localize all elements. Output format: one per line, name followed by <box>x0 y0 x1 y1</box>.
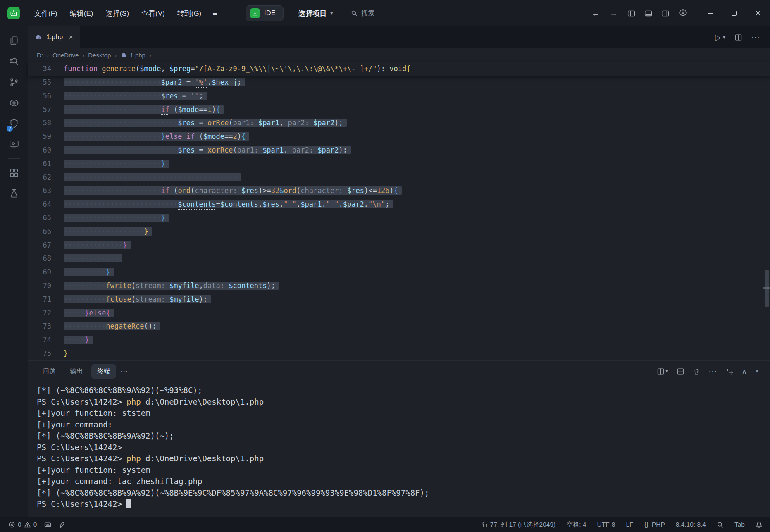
forward-button[interactable]: → <box>605 6 623 21</box>
menu-查看(V)[interactable]: 查看(V) <box>135 5 171 21</box>
code-line-61[interactable]: 61·······················} <box>28 157 770 171</box>
code-line-67[interactable]: 67··············} <box>28 239 770 252</box>
panel-tab-输出[interactable]: 输出 <box>64 364 89 379</box>
error-count: 0 <box>18 521 21 528</box>
code-line-62[interactable]: 62······································… <box>28 171 770 184</box>
split-editor-button[interactable] <box>731 31 746 44</box>
whitespace-dots: ·········· <box>64 322 106 330</box>
line-number: 56 <box>28 89 51 103</box>
breadcrumb-item[interactable]: ... <box>155 52 160 59</box>
code-line-70[interactable]: 70··········fwrite(stream: $myfile,data:… <box>28 279 770 293</box>
code-line-57[interactable]: 57·······················if ($mode==1){ <box>28 103 770 117</box>
activity-preview-button[interactable] <box>4 93 24 113</box>
activity-testing-button[interactable] <box>4 183 24 204</box>
launch-status-button[interactable] <box>59 521 66 528</box>
kill-terminal-button[interactable] <box>689 365 704 378</box>
whitespace-dots: ······················· <box>64 186 161 195</box>
editor-area: 1.php × ▷ ▾ ⋯ D:›OneDrive›Desktop› <box>28 26 770 517</box>
code-line-34[interactable]: 34function generate($mode, $preg="/[A-Za… <box>28 62 770 76</box>
menu-编辑(E)[interactable]: 编辑(E) <box>64 5 100 21</box>
tab-close-icon[interactable]: × <box>69 33 73 42</box>
code-line-65[interactable]: 65·······················} <box>28 211 770 225</box>
back-button[interactable]: ← <box>586 6 605 21</box>
status-search-button[interactable] <box>717 521 724 528</box>
account-button[interactable] <box>674 6 692 21</box>
run-button[interactable]: ▷ ▾ <box>712 30 729 45</box>
code-line-60[interactable]: 60···························$res = xorR… <box>28 143 770 157</box>
ide-logo-icon <box>250 8 260 18</box>
problems-status[interactable]: 0 0 <box>8 521 37 528</box>
cursor-position[interactable]: 行 77, 列 17 (已选择2049) <box>482 520 555 529</box>
activity-source-control-button[interactable] <box>4 72 24 93</box>
line-number: 73 <box>28 320 51 333</box>
code-line-56[interactable]: 56·······················$res = ''; <box>28 89 770 103</box>
breadcrumb-item[interactable]: 1.php <box>120 52 145 59</box>
terminal-line: [+]your function: system <box>37 465 770 476</box>
editor-more-button[interactable]: ⋯ <box>748 30 763 45</box>
code-line-55[interactable]: 55·······················$par2 = '%'.$he… <box>28 76 770 89</box>
whitespace-dots: ·············· <box>64 241 123 249</box>
code-line-71[interactable]: 71··········fclose(stream: $myfile); <box>28 293 770 306</box>
indentation-status[interactable]: 空格: 4 <box>566 520 586 529</box>
panel-tab-问题[interactable]: 问题 <box>37 364 62 379</box>
breadcrumb-item[interactable]: Desktop <box>88 52 111 59</box>
minimize-button[interactable] <box>698 0 722 26</box>
panel-tab-终端[interactable]: 终端 <box>91 364 116 379</box>
maximize-panel-button[interactable]: ∧ <box>739 365 750 378</box>
code-line-64[interactable]: 64···························$contents=$… <box>28 198 770 211</box>
split-terminal-button[interactable]: ▾ <box>653 365 672 378</box>
menu-转到(G)[interactable]: 转到(G) <box>171 5 208 21</box>
maximize-icon <box>732 11 737 16</box>
maximize-button[interactable] <box>722 0 746 26</box>
hamburger-menu-icon[interactable]: ≡ <box>207 5 222 21</box>
panel-more-button[interactable]: ⋯ <box>706 364 721 379</box>
code-line-58[interactable]: 58···························$res = orRc… <box>28 116 770 130</box>
language-status[interactable]: {} PHP <box>644 521 665 528</box>
toggle-sidebar-button[interactable] <box>623 7 640 20</box>
panel-tabs-more-icon[interactable]: ⋯ <box>116 367 133 376</box>
eol-status[interactable]: LF <box>626 521 633 528</box>
menu-文件(F)[interactable]: 文件(F) <box>28 5 64 21</box>
activity-explorer-button[interactable] <box>4 31 24 51</box>
line-number: 70 <box>28 279 51 293</box>
line-number: 59 <box>28 130 51 143</box>
breadcrumb-item[interactable]: D: <box>37 52 43 59</box>
activity-extensions-button[interactable]: 7 <box>4 113 24 134</box>
code-line-75[interactable]: 75} <box>28 347 770 360</box>
titlebar-search[interactable]: 搜索 <box>351 9 374 18</box>
close-panel-button[interactable]: × <box>752 365 763 378</box>
breadcrumb-item[interactable]: OneDrive <box>52 52 79 59</box>
notifications-button[interactable] <box>756 521 763 528</box>
panel-layout-button[interactable] <box>673 365 688 378</box>
code-line-59[interactable]: 59·······················}else if ($mode… <box>28 130 770 143</box>
project-selector[interactable]: 选择项目 ▾ <box>298 9 333 18</box>
line-number: 60 <box>28 143 51 157</box>
code-line-72[interactable]: 72·····}else{ <box>28 306 770 320</box>
php-version-status[interactable]: 8.4.10: 8.4 <box>676 521 706 528</box>
close-button[interactable]: × <box>746 0 770 26</box>
terminal-swap-button[interactable] <box>722 365 737 378</box>
braces-icon: {} <box>644 521 648 528</box>
encoding-status[interactable]: UTF-8 <box>597 521 615 528</box>
ide-badge[interactable]: IDE <box>246 5 284 21</box>
swap-arrows-icon <box>726 367 734 375</box>
code-line-69[interactable]: 69··········} <box>28 265 770 279</box>
toggle-panel-button[interactable] <box>640 7 657 20</box>
code-lines[interactable]: 55·······················$par2 = '%'.$he… <box>28 76 770 360</box>
activity-apps-button[interactable] <box>4 162 24 183</box>
code-line-73[interactable]: 73··········negateRce(); <box>28 320 770 333</box>
toggle-secondary-sidebar-button[interactable] <box>657 7 674 20</box>
line-number: 61 <box>28 157 51 171</box>
code-line-74[interactable]: 74·····} <box>28 333 770 347</box>
code-line-68[interactable]: 68············· <box>28 252 770 265</box>
keyboard-status-button[interactable] <box>44 521 51 528</box>
menu-选择(S)[interactable]: 选择(S) <box>99 5 135 21</box>
code-line-66[interactable]: 66···················} <box>28 225 770 239</box>
tab-mode-status[interactable]: Tab <box>734 521 745 528</box>
terminal-output[interactable]: [*] (~%8C%86%8C%8B%9A%92)(~%93%8C);PS C:… <box>28 382 770 517</box>
code-line-63[interactable]: 63·······················if (ord(charact… <box>28 184 770 198</box>
error-icon <box>8 521 15 528</box>
tab-1-php[interactable]: 1.php × <box>28 26 80 48</box>
activity-search-button[interactable] <box>4 51 24 72</box>
activity-remote-button[interactable] <box>4 134 24 155</box>
